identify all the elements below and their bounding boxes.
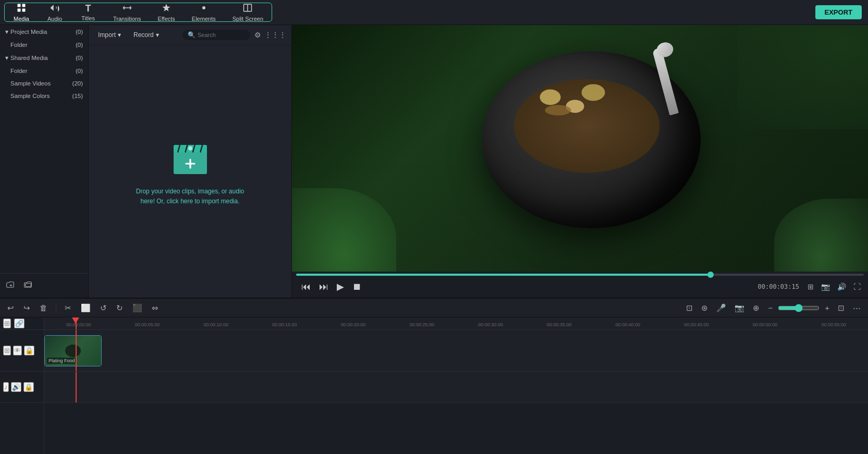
skip-back-button[interactable]: ⏮: [297, 279, 315, 295]
plus-zoom-button[interactable]: +: [822, 302, 833, 314]
preview-fit-button[interactable]: ⊞: [805, 280, 816, 293]
zoom-slider[interactable]: [778, 304, 820, 312]
search-icon: 🔍: [188, 31, 195, 39]
timeline-main[interactable]: 00:00:00:00 00:00:05:00 00:00:10:00 00:0…: [44, 317, 868, 454]
open-folder-button[interactable]: [22, 278, 35, 293]
nav-splitscreen-label: Split Screen: [233, 16, 263, 22]
nav-titles-label: Titles: [81, 15, 95, 21]
nav-effects-label: Effects: [157, 16, 175, 22]
video-track: 1.00 x ✕ Plating Food: [44, 330, 868, 372]
nav-media[interactable]: Media: [5, 3, 38, 21]
ruler-mark-10: 00:00:50:00: [731, 322, 800, 327]
audio-note-button[interactable]: ♪: [3, 382, 9, 392]
video-clip[interactable]: 1.00 x ✕ Plating Food: [44, 335, 102, 366]
nav-elements[interactable]: Elements: [184, 3, 224, 21]
record-label: Record: [133, 31, 154, 39]
crop-button[interactable]: ⬜: [78, 302, 94, 314]
effects-icon: [162, 3, 171, 15]
stop-button[interactable]: ⏹: [348, 279, 366, 295]
redo-button[interactable]: ↪: [20, 302, 33, 314]
sidebar-sample-colors-count: (15): [72, 93, 83, 99]
new-folder-button[interactable]: [4, 278, 18, 293]
video-lock-button[interactable]: 🔒: [24, 346, 34, 355]
sidebar-shared-media[interactable]: ▾ Shared Media (0): [0, 51, 88, 65]
cut-button[interactable]: ✂: [62, 302, 75, 314]
sidebar-shared-media-count: (0): [76, 55, 83, 61]
view-toggle-button[interactable]: ⋮⋮⋮: [264, 31, 286, 39]
minus-zoom-button[interactable]: −: [765, 302, 776, 314]
nav-audio[interactable]: Audio: [38, 3, 71, 21]
filter-button[interactable]: ⚙: [254, 31, 261, 39]
speed-button[interactable]: ⇔: [149, 302, 162, 314]
video-eye-button[interactable]: 👁: [13, 346, 22, 355]
video-track-controls: ⊞ 👁 🔒: [0, 330, 44, 372]
sidebar-sample-videos[interactable]: Sample Videos (20): [0, 77, 88, 90]
ruler-marks: 00:00:00:00 00:00:05:00 00:00:10:00 00:0…: [44, 322, 868, 329]
timeline-toolbar: ↩ ↪ 🗑 ✂ ⬜ ↺ ↻ ⬛ ⇔ ⊡ ⊛ 🎤 📷 ⊕ − + ⊡ ⋯: [0, 299, 868, 317]
playback-controls: ⏮ ⏭ ▶ ⏹ 00:00:03:15 ⊞ 📷 🔊 ⛶: [292, 276, 868, 298]
snap-button[interactable]: ⊡: [683, 302, 696, 314]
nav-elements-label: Elements: [192, 16, 216, 22]
titles-icon: T: [85, 3, 91, 14]
play-button[interactable]: ▶: [333, 279, 348, 295]
transform-button[interactable]: ⬛: [129, 302, 145, 314]
record-tl-button[interactable]: ⊕: [750, 302, 763, 314]
top-toolbar: Media Audio T Titles Transitions Effects: [0, 0, 868, 25]
sidebar-folder-1[interactable]: Folder (0): [0, 39, 88, 51]
link-button[interactable]: 🔗: [14, 318, 25, 328]
time-display: 00:00:03:15: [758, 283, 799, 290]
add-track-button[interactable]: ⊞: [3, 318, 11, 328]
preview-volume-button[interactable]: 🔊: [835, 280, 848, 293]
preview-controls: ⏮ ⏭ ▶ ⏹ 00:00:03:15 ⊞ 📷 🔊 ⛶: [292, 272, 868, 298]
rotate-left-button[interactable]: ↺: [97, 302, 110, 314]
timeline-ruler: 00:00:00:00 00:00:05:00 00:00:10:00 00:0…: [44, 317, 868, 330]
camera-button[interactable]: 📷: [731, 302, 748, 314]
preview-snapshot-button[interactable]: 📷: [819, 280, 832, 293]
preview-panel: ⏮ ⏭ ▶ ⏹ 00:00:03:15 ⊞ 📷 🔊 ⛶: [292, 25, 868, 298]
undo-button[interactable]: ↩: [4, 302, 17, 314]
sidebar: ▾ Project Media (0) Folder (0) ▾ Shared …: [0, 25, 89, 298]
sidebar-folder-2-count: (0): [76, 68, 83, 74]
ruler-mark-2: 00:00:10:00: [181, 322, 250, 327]
video-grid-button[interactable]: ⊞: [3, 346, 11, 355]
audio-lock-button[interactable]: 🔒: [23, 382, 34, 392]
import-button[interactable]: Import ▾: [94, 29, 125, 41]
sidebar-project-media[interactable]: ▾ Project Media (0): [0, 25, 88, 39]
ruler-mark-1: 00:00:05:00: [113, 322, 182, 327]
mic-button[interactable]: 🎤: [713, 302, 729, 314]
ruler-mark-4: 00:00:20:00: [319, 322, 388, 327]
svg-rect-2: [18, 8, 21, 11]
sidebar-sample-colors[interactable]: Sample Colors (15): [0, 90, 88, 102]
sidebar-project-media-label: Project Media: [10, 29, 47, 35]
sidebar-folder-2[interactable]: Folder (0): [0, 65, 88, 77]
svg-rect-3: [22, 8, 26, 11]
sidebar-folder-1-label: Folder: [10, 42, 28, 48]
nav-audio-label: Audio: [47, 16, 62, 22]
nav-transitions[interactable]: Transitions: [105, 3, 149, 21]
nav-splitscreen[interactable]: Split Screen: [224, 3, 272, 21]
step-back-button[interactable]: ⏭: [315, 279, 333, 295]
fit-button[interactable]: ⊡: [835, 302, 848, 314]
settings-button[interactable]: ⋯: [850, 302, 864, 314]
audio-speaker-button[interactable]: 🔊: [11, 382, 21, 392]
magnet-button[interactable]: ⊛: [698, 302, 711, 314]
splitscreen-icon: [243, 3, 252, 15]
progress-bar[interactable]: [296, 274, 864, 276]
rotate-right-button[interactable]: ↻: [113, 302, 126, 314]
nav-effects[interactable]: Effects: [149, 3, 183, 21]
timeline-left-controls: ⊞ 🔗 ⊞ 👁 🔒 ♪ 🔊 🔒: [0, 317, 44, 454]
preview-fullscreen-button[interactable]: ⛶: [851, 280, 863, 293]
media-drop-area[interactable]: Drop your video clips, images, or audio …: [89, 45, 291, 298]
export-button[interactable]: EXPORT: [815, 5, 862, 19]
delete-button[interactable]: 🗑: [36, 302, 51, 314]
drop-text[interactable]: Drop your video clips, images, or audio …: [133, 187, 248, 206]
chevron-down-icon-2: ▾: [5, 54, 8, 62]
search-input[interactable]: [198, 32, 244, 38]
nav-titles[interactable]: T Titles: [71, 3, 105, 21]
record-button[interactable]: Record ▾: [129, 29, 163, 41]
ruler-mark-5: 00:00:25:00: [387, 322, 456, 327]
ruler-mark-9: 00:00:45:00: [662, 322, 731, 327]
audio-track-controls: ♪ 🔊 🔒: [0, 372, 44, 403]
main-content: ▾ Project Media (0) Folder (0) ▾ Shared …: [0, 25, 868, 298]
progress-fill: [296, 274, 711, 276]
